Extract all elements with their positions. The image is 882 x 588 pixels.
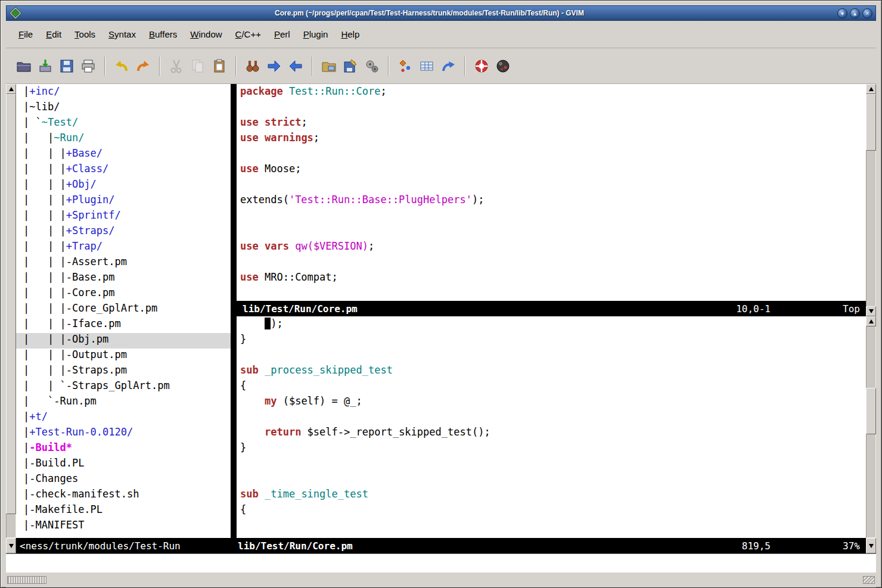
bottom-window-scrollbar-thumb[interactable] — [866, 388, 876, 434]
code-token: ; — [368, 240, 374, 252]
close-button[interactable]: × — [862, 8, 872, 18]
tree-item-output.pm[interactable]: | | |-Output.pm — [16, 349, 231, 364]
tree-item-assert.pm[interactable]: | | |-Assert.pm — [16, 256, 231, 271]
top-scroll-up-button[interactable] — [866, 84, 876, 94]
paste-icon — [212, 58, 227, 74]
tree-item-strapsgplart.pm[interactable]: | | `-Straps_GplArt.pm — [16, 379, 231, 395]
tree-item-lib[interactable]: |~lib/ — [16, 101, 231, 116]
menu-edit[interactable]: Edit — [39, 27, 68, 42]
bottom-window[interactable]: );} sub _process_skipped_test{ my ($self… — [237, 316, 866, 538]
bottom-window-scrollbar[interactable] — [866, 316, 876, 538]
menu-help[interactable]: Help — [334, 27, 366, 42]
tree-item-run.pm[interactable]: | `-Run.pm — [16, 395, 231, 410]
bottom-scroll-up-button[interactable] — [866, 316, 876, 326]
menu-file[interactable]: File — [12, 27, 39, 42]
code-line: use strict; — [240, 116, 866, 132]
maximize-button[interactable]: ▴ — [850, 8, 860, 18]
menu-plugin[interactable]: Plugin — [297, 27, 335, 42]
tree-scrollbar[interactable] — [6, 84, 16, 538]
paste-button[interactable] — [209, 55, 230, 77]
find-next-button[interactable] — [263, 55, 285, 77]
run-script-button[interactable] — [361, 55, 383, 77]
top-status-ruler: 10,0-1 — [736, 303, 771, 315]
save-button[interactable] — [35, 55, 56, 77]
cut-button[interactable] — [166, 55, 187, 77]
tree-item-run[interactable]: | |~Run/ — [16, 132, 231, 147]
tree-item-core.pm[interactable]: | | |-Core.pm — [16, 287, 231, 302]
tree-item-t[interactable]: |+t/ — [16, 410, 231, 426]
code-column: package Test::Run::Core; use strict;use … — [237, 84, 866, 538]
menu-bar: FileEditToolsSyntaxBuffersWindowC/C++Per… — [6, 21, 876, 48]
code-line: my ($self) = @_; — [240, 395, 866, 410]
menu-buffers[interactable]: Buffers — [142, 27, 184, 42]
tree-item-straps.pm[interactable]: | | |-Straps.pm — [16, 364, 231, 379]
code-line: { — [240, 379, 866, 395]
help-button[interactable] — [471, 55, 492, 77]
tree-item-coregplart.pm[interactable]: | | |-Core_GplArt.pm — [16, 302, 231, 318]
run-ctags-button[interactable] — [416, 55, 437, 77]
tree-item-obj.pm[interactable]: | | |-Obj.pm — [16, 333, 231, 349]
tree-scrollbar-thumb[interactable] — [6, 94, 16, 514]
undo-button[interactable] — [111, 55, 132, 77]
tree-item-base[interactable]: | | |+Base/ — [16, 147, 231, 163]
tree-item-obj[interactable]: | | |+Obj/ — [16, 178, 231, 194]
save-all-button[interactable] — [56, 55, 77, 77]
copy-button[interactable] — [187, 55, 209, 77]
code-token: } — [240, 441, 246, 453]
tree-item-class[interactable]: | | |+Class/ — [16, 163, 231, 178]
make-button[interactable] — [395, 55, 416, 77]
load-session-button[interactable] — [318, 55, 340, 77]
menu-tools[interactable]: Tools — [68, 27, 102, 42]
open-button[interactable] — [13, 55, 35, 77]
menu-syntax[interactable]: Syntax — [102, 27, 142, 42]
redo-button[interactable] — [132, 55, 154, 77]
code-line — [240, 287, 866, 301]
bottom-scroll-down-button[interactable] — [866, 538, 876, 553]
tree-item-trap[interactable]: | | |+Trap/ — [16, 240, 231, 256]
code-token: use — [240, 271, 259, 283]
menu-perl[interactable]: Perl — [268, 27, 297, 42]
find-replace-button[interactable] — [242, 55, 263, 77]
top-window[interactable]: package Test::Run::Core; use strict;use … — [237, 84, 866, 301]
tree-item-manifest[interactable]: |-MANIFEST — [16, 519, 231, 534]
tree-item-straps[interactable]: | | |+Straps/ — [16, 225, 231, 240]
tree-item-checkmanifest.sh[interactable]: |-check-manifest.sh — [16, 488, 231, 503]
tree-item-makefile.pl[interactable]: |-Makefile.PL — [16, 503, 231, 519]
find-prev-button[interactable] — [285, 55, 306, 77]
title-bar[interactable]: Core.pm (~/progs/perl/cpan/Test/Test-Har… — [6, 5, 876, 21]
tree-item-changes[interactable]: |-Changes — [16, 472, 231, 488]
tag-jump-button[interactable] — [437, 55, 459, 77]
toolbar-separator — [104, 57, 105, 76]
tree-item-iface.pm[interactable]: | | |-Iface.pm — [16, 318, 231, 333]
print-button[interactable] — [77, 55, 99, 77]
tree-item-inc[interactable]: |+inc/ — [16, 85, 231, 101]
horizontal-scrollbar[interactable] — [7, 576, 46, 584]
tree-item-plugin[interactable]: | | |+Plugin/ — [16, 194, 231, 209]
menu-cc[interactable]: C/C++ — [229, 27, 268, 42]
code-line — [240, 349, 866, 364]
top-window-scrollbar-thumb[interactable] — [866, 94, 876, 151]
code-line — [240, 410, 866, 426]
tree-pane[interactable]: |+inc/|~lib/| `~Test/| |~Run/| | |+Base/… — [16, 84, 231, 538]
tree-item-test[interactable]: | `~Test/ — [16, 116, 231, 132]
tree-scroll-up-button[interactable] — [6, 84, 16, 94]
code-line: package Test::Run::Core; — [240, 85, 866, 101]
minimize-button[interactable]: ▾ — [837, 8, 847, 18]
save-session-button[interactable] — [340, 55, 361, 77]
code-token: vars — [265, 240, 289, 252]
tree-scroll-down-button[interactable] — [6, 538, 16, 553]
tree-item-build.pl[interactable]: |-Build.PL — [16, 457, 231, 472]
menu-window[interactable]: Window — [184, 27, 228, 42]
tree-item-sprintf[interactable]: | | |+Sprintf/ — [16, 209, 231, 225]
tree-item-base.pm[interactable]: | | |-Base.pm — [16, 271, 231, 287]
window-separator[interactable] — [231, 84, 237, 538]
code-token: sub — [240, 364, 259, 376]
tree-item-build[interactable]: |-Build* — [16, 441, 231, 457]
resize-grip[interactable] — [863, 576, 875, 584]
find-help-button[interactable] — [492, 55, 514, 77]
code-token — [283, 85, 289, 97]
tree-item-testrun0.0120[interactable]: |+Test-Run-0.0120/ — [16, 426, 231, 441]
top-window-scrollbar[interactable] — [866, 84, 876, 316]
top-scroll-down-button[interactable] — [866, 306, 876, 316]
copy-icon — [190, 58, 206, 74]
